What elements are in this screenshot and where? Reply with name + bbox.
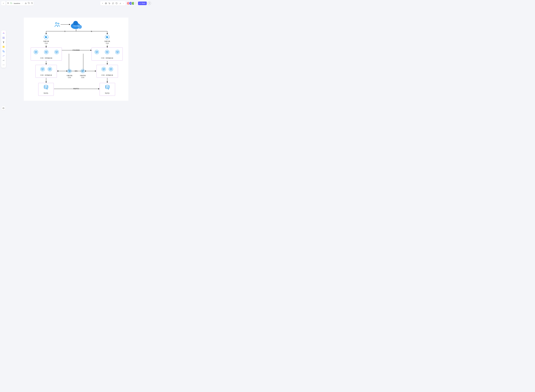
web-servers-right-box[interactable]: CVM：WEB服务器 bbox=[92, 47, 123, 61]
templates-tool-icon[interactable] bbox=[2, 31, 5, 35]
cvm-icon bbox=[47, 67, 52, 71]
canvas[interactable]: Internet 主 备 E: 负载均衡 CLB E: 负载均衡 CLB CVM… bbox=[24, 18, 128, 101]
app-servers-right-box[interactable]: CVM：应用服务器 bbox=[97, 65, 118, 78]
svg-rect-25 bbox=[3, 108, 4, 109]
shape-tool-icon[interactable] bbox=[2, 49, 5, 53]
svg-line-86 bbox=[50, 69, 51, 69]
cos-right-label-2: COS bbox=[79, 77, 86, 78]
svg-point-109 bbox=[105, 85, 109, 87]
app-left-label: CVM：应用服务器 bbox=[36, 74, 57, 76]
svg-text:E:: E: bbox=[45, 36, 47, 38]
share-label: Share bbox=[142, 3, 145, 4]
menu-icon[interactable] bbox=[7, 2, 9, 5]
svg-point-21 bbox=[3, 51, 5, 52]
mysql-left-label: MySQL bbox=[38, 92, 54, 94]
chart-icon[interactable] bbox=[119, 2, 121, 4]
sticky-note-tool-icon[interactable] bbox=[2, 45, 5, 49]
frame-tool-icon[interactable] bbox=[2, 36, 5, 40]
cvm-icon bbox=[105, 50, 109, 54]
curve-tool-icon[interactable] bbox=[2, 54, 5, 58]
svg-line-100 bbox=[68, 70, 69, 71]
cos-left-label-1: 对象存储 bbox=[66, 75, 73, 77]
svg-line-66 bbox=[97, 51, 98, 52]
download-icon[interactable] bbox=[25, 2, 27, 5]
cos-left-label-2: COS bbox=[66, 77, 73, 78]
mysql-left-box[interactable]: MySQL bbox=[38, 83, 54, 96]
svg-point-24 bbox=[4, 65, 5, 65]
app-servers-left-box[interactable]: CVM：应用服务器 bbox=[35, 65, 57, 78]
svg-line-85 bbox=[49, 69, 50, 69]
mysql-right-box[interactable]: MySQL bbox=[100, 83, 115, 96]
svg-line-96 bbox=[111, 69, 112, 69]
cloud-icon bbox=[10, 2, 12, 5]
pages-button[interactable] bbox=[2, 107, 5, 110]
svg-line-51 bbox=[36, 51, 37, 52]
svg-marker-14 bbox=[3, 33, 5, 34]
play-icon[interactable] bbox=[105, 2, 107, 4]
brand-name[interactable]: boardmix bbox=[13, 3, 21, 4]
standby-label: 备 bbox=[91, 30, 92, 33]
users-icon[interactable] bbox=[54, 22, 60, 28]
clb-left-label-2: CLB bbox=[43, 42, 49, 44]
avatar[interactable] bbox=[134, 2, 137, 5]
cvm-icon bbox=[101, 67, 106, 71]
internet-label: Internet bbox=[73, 25, 79, 27]
help-button[interactable]: ? bbox=[148, 2, 151, 5]
internet-cloud-icon[interactable]: Internet bbox=[70, 21, 82, 30]
history-icon[interactable] bbox=[116, 2, 118, 4]
top-tools-group bbox=[100, 1, 126, 5]
clb-right-icon[interactable]: E: bbox=[105, 35, 110, 40]
app-right-label: CVM：应用服务器 bbox=[97, 74, 118, 76]
cvm-icon bbox=[34, 50, 38, 54]
primary-label: 主 bbox=[64, 30, 66, 33]
database-icon bbox=[105, 85, 110, 90]
back-button[interactable] bbox=[1, 1, 5, 5]
clb-right-label-1: 负载均衡 bbox=[104, 40, 111, 42]
svg-text:E:: E: bbox=[106, 36, 108, 38]
search-icon[interactable] bbox=[31, 2, 33, 5]
share-button[interactable]: Share bbox=[138, 2, 147, 5]
svg-point-22 bbox=[3, 65, 3, 65]
cos-right-label-1: 对象存储 bbox=[79, 75, 86, 77]
svg-point-40 bbox=[58, 23, 59, 24]
svg-line-81 bbox=[43, 69, 44, 69]
clb-right-label-2: CLB bbox=[104, 42, 111, 44]
svg-line-71 bbox=[107, 51, 108, 52]
svg-line-6 bbox=[33, 4, 33, 4]
svg-line-101 bbox=[69, 70, 70, 71]
connector-tool-icon[interactable] bbox=[2, 58, 5, 62]
avatar-group[interactable]: O bbox=[127, 2, 137, 5]
web-servers-left-box[interactable]: CVM：WEB服务器 bbox=[31, 47, 62, 61]
svg-line-70 bbox=[106, 51, 107, 52]
svg-line-76 bbox=[118, 51, 118, 52]
svg-line-50 bbox=[35, 51, 36, 52]
cvm-icon bbox=[40, 67, 45, 71]
svg-line-55 bbox=[45, 51, 46, 52]
cursor-icon[interactable] bbox=[109, 2, 110, 4]
clb-left-icon[interactable]: E: bbox=[44, 35, 48, 40]
svg-point-39 bbox=[55, 23, 57, 24]
replicate-label: 复制 bbox=[75, 70, 77, 72]
text-tool-icon[interactable]: T bbox=[2, 40, 5, 44]
clb-left-label-1: 负载均衡 bbox=[43, 40, 49, 42]
svg-point-23 bbox=[4, 65, 4, 65]
svg-line-80 bbox=[42, 69, 43, 69]
svg-line-56 bbox=[46, 51, 47, 52]
data-sync-label: 数据同步 bbox=[73, 88, 79, 90]
svg-line-65 bbox=[96, 51, 97, 52]
web-left-label: CVM：WEB服务器 bbox=[31, 57, 62, 59]
cos-left-icon[interactable] bbox=[67, 69, 71, 74]
chevron-down-icon[interactable] bbox=[22, 3, 23, 4]
svg-line-60 bbox=[56, 51, 57, 52]
more-tools-icon[interactable] bbox=[2, 63, 5, 67]
web-right-label: CVM：WEB服务器 bbox=[92, 57, 123, 59]
cos-right-icon[interactable] bbox=[80, 69, 85, 74]
tag-icon[interactable] bbox=[28, 2, 30, 5]
more-chevron-icon[interactable] bbox=[123, 3, 124, 4]
message-icon[interactable] bbox=[112, 2, 114, 4]
svg-point-108 bbox=[44, 85, 48, 87]
side-toolbar: T bbox=[1, 30, 6, 68]
svg-marker-8 bbox=[106, 3, 106, 4]
svg-line-61 bbox=[57, 51, 58, 52]
chevron-right-icon[interactable] bbox=[102, 3, 103, 4]
